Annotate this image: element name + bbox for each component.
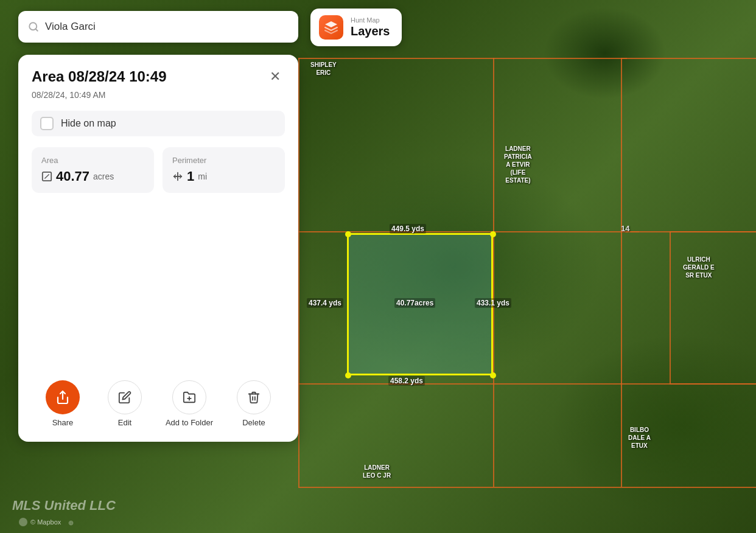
hide-map-row: Hide on map bbox=[32, 111, 285, 136]
layers-title: Layers bbox=[351, 24, 390, 38]
layers-subtitle: Hunt Map bbox=[351, 17, 380, 24]
map-label-ulrich: ULRICHGERALD ESR ETUX bbox=[683, 256, 715, 279]
hide-map-label: Hide on map bbox=[61, 118, 116, 129]
perimeter-value-row: 1 mi bbox=[172, 169, 275, 184]
measurement-bottom: 458.2 yds bbox=[388, 376, 425, 386]
delete-button[interactable]: Delete bbox=[233, 380, 275, 427]
add-to-folder-label: Add to Folder bbox=[166, 418, 213, 427]
perimeter-value: 1 bbox=[187, 169, 194, 184]
map-label-shipley: SHIPLEYERIC bbox=[310, 61, 337, 77]
area-label: Area bbox=[41, 156, 144, 165]
hide-on-map-checkbox[interactable] bbox=[40, 117, 54, 130]
area-unit: acres bbox=[93, 172, 114, 181]
panel-title: Area 08/28/24 10:49 bbox=[32, 68, 167, 86]
map-label-ladner-patricia: LADNERPATRICIAA ETVIR(LIFEESTATE) bbox=[504, 145, 532, 184]
share-icon-wrapper bbox=[46, 380, 80, 414]
measurement-top: 449.5 yds bbox=[390, 224, 426, 234]
perimeter-icon bbox=[172, 171, 183, 182]
area-icon bbox=[41, 171, 52, 182]
add-to-folder-button[interactable]: Add to Folder bbox=[166, 380, 213, 427]
measurement-center: 40.77acres bbox=[394, 298, 435, 308]
share-icon bbox=[55, 390, 70, 405]
share-label: Share bbox=[52, 418, 74, 427]
share-button[interactable]: Share bbox=[41, 380, 84, 427]
area-value: 40.77 bbox=[56, 169, 89, 184]
close-button[interactable]: ✕ bbox=[265, 67, 285, 86]
panel-header: Area 08/28/24 10:49 ✕ bbox=[32, 68, 285, 86]
perimeter-unit: mi bbox=[198, 172, 207, 181]
panel-date: 08/28/24, 10:49 AM bbox=[32, 90, 285, 100]
edit-label: Edit bbox=[118, 418, 131, 427]
layers-text: Hunt Map Layers bbox=[351, 17, 390, 38]
map-label-ladner-leo: LADNERLEO C JR bbox=[363, 464, 391, 479]
add-to-folder-icon bbox=[183, 391, 196, 404]
search-icon bbox=[28, 21, 39, 32]
mapbox-logo: © Mapbox bbox=[18, 517, 61, 527]
measurement-left: 437.4 yds bbox=[307, 298, 343, 308]
stats-row: Area 40.77 acres Perimeter bbox=[32, 147, 285, 193]
area-value-row: 40.77 acres bbox=[41, 169, 144, 184]
svg-point-0 bbox=[19, 518, 27, 526]
map-label-bilbo: BILBODALE AETUX bbox=[628, 426, 651, 450]
layers-button[interactable]: Hunt Map Layers bbox=[310, 9, 402, 46]
edit-icon-wrapper bbox=[108, 380, 142, 414]
perimeter-label: Perimeter bbox=[172, 156, 275, 165]
search-bar: Viola Garci bbox=[18, 11, 298, 43]
delete-label: Delete bbox=[242, 418, 265, 427]
mls-watermark: MLS United LLC bbox=[12, 498, 116, 514]
edit-button[interactable]: Edit bbox=[103, 380, 146, 427]
perimeter-stat-card: Perimeter 1 mi bbox=[163, 147, 285, 193]
layers-icon bbox=[324, 20, 338, 35]
grip-icon: ⊕ bbox=[68, 519, 74, 527]
measurement-right: 433.1 yds bbox=[475, 298, 511, 308]
add-to-folder-icon-wrapper bbox=[172, 380, 206, 414]
layers-icon-wrapper bbox=[319, 15, 343, 40]
panel-spacer bbox=[32, 205, 285, 375]
map-number-14: 14 bbox=[621, 224, 629, 233]
svg-line-2 bbox=[35, 29, 37, 30]
action-row: Share Edit Add to Folder bbox=[32, 375, 285, 427]
delete-icon-wrapper bbox=[237, 380, 271, 414]
edit-icon bbox=[118, 391, 131, 404]
delete-icon bbox=[247, 391, 261, 404]
area-stat-card: Area 40.77 acres bbox=[32, 147, 154, 193]
search-input[interactable]: Viola Garci bbox=[45, 21, 289, 33]
detail-panel: Area 08/28/24 10:49 ✕ 08/28/24, 10:49 AM… bbox=[18, 55, 298, 442]
